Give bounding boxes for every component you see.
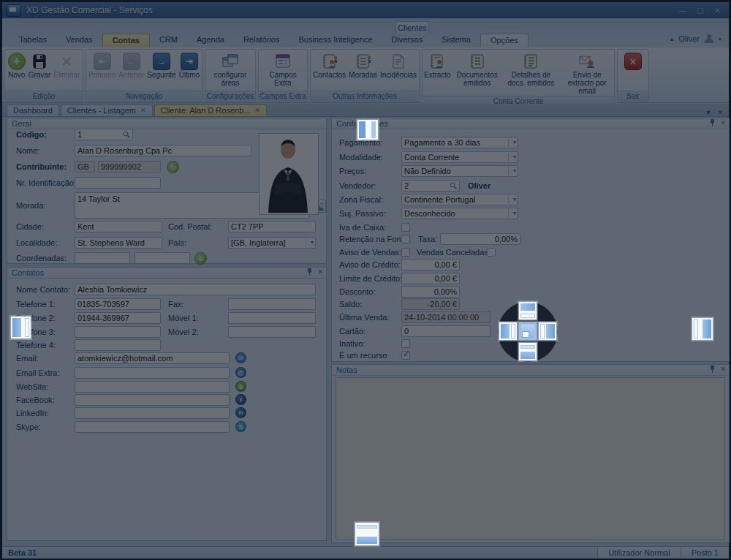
close-icon[interactable]: ✕ [713, 7, 723, 15]
desconto-input[interactable]: 0,00% [401, 286, 460, 298]
user-menu-caret-icon[interactable]: ▾ [719, 36, 721, 42]
doc-tab-cliente-detail[interactable]: Cliente: Alan D Rosenb...✕ [154, 105, 267, 116]
geocode-globe-icon[interactable]: ⊕ [194, 252, 207, 265]
seguinte-button[interactable]: → Seguinte [145, 51, 177, 80]
sair-button[interactable]: ✕ . [623, 51, 643, 80]
facebook-icon[interactable]: f [235, 394, 246, 405]
telefone4-input[interactable] [75, 339, 161, 351]
cod-postal-input[interactable]: CT2 7PP [228, 221, 316, 232]
telefone2-input[interactable]: 01944-369967 [75, 312, 161, 324]
zona-fiscal-dropdown[interactable]: Continente Portugal [401, 194, 518, 205]
contribuinte-number-input[interactable]: 999999902 [98, 161, 161, 173]
pin-icon[interactable] [307, 268, 312, 276]
globe-icon[interactable]: ⊕ [235, 381, 246, 392]
website-input[interactable] [75, 381, 230, 393]
ribbon-tab-contas[interactable]: Contas [102, 34, 150, 48]
vendedor-input[interactable]: 2 [401, 180, 460, 192]
ribbon-tab-business-inteligence[interactable]: Business Inteligence [289, 34, 382, 48]
ribbon-collapse-icon[interactable]: ▴ [670, 35, 674, 42]
tab-close-all-icon[interactable]: ✕ [717, 109, 723, 116]
eliminar-button[interactable]: ✕ Eliminar [52, 51, 81, 80]
novo-button[interactable]: + Novo [7, 51, 27, 80]
panel-close-icon[interactable]: ✕ [720, 119, 726, 126]
contribuinte-country-input[interactable]: GB [75, 161, 95, 173]
pin-icon[interactable] [710, 119, 715, 126]
ribbon-tab-diversos[interactable]: Diversos [382, 34, 432, 48]
vendas-canceladas-checkbox[interactable] [487, 248, 496, 257]
tab-close-icon[interactable]: ✕ [254, 105, 260, 116]
fax-input[interactable] [228, 298, 316, 310]
email-extra-icon[interactable]: @ [235, 367, 246, 378]
doc-tab-dashboard[interactable]: Dashboard [7, 105, 59, 116]
precos-dropdown[interactable]: Não Definido [401, 165, 518, 177]
tab-close-icon[interactable]: ✕ [140, 105, 146, 116]
nr-identificacao-input[interactable] [75, 177, 161, 189]
pais-dropdown[interactable]: [GB, Inglaterra] [228, 237, 316, 249]
recurso-checkbox[interactable] [401, 351, 410, 360]
panel-close-icon[interactable]: ✕ [720, 366, 726, 373]
user-mode-badge[interactable]: Utilizador Normal [597, 547, 680, 559]
gravar-button[interactable]: Gravar [27, 51, 53, 80]
skype-icon[interactable]: S [235, 421, 246, 432]
validate-refresh-icon[interactable]: ↻ [167, 161, 179, 173]
envio-extracto-button[interactable]: Envio de extracto por email [560, 51, 614, 96]
ultimo-button[interactable]: ⇥ Último [178, 51, 201, 80]
minimize-icon[interactable]: — [678, 7, 688, 15]
email-extra-input[interactable] [75, 367, 230, 379]
skype-input[interactable] [75, 421, 230, 433]
retencao-checkbox[interactable] [401, 235, 410, 243]
telefone1-input[interactable]: 01835-703597 [75, 298, 161, 310]
aviso-vendas-checkbox[interactable] [401, 248, 410, 257]
linkedin-icon[interactable]: in [235, 407, 246, 418]
ribbon-tab-vendas[interactable]: Vendas [56, 34, 102, 48]
campos-extra-button[interactable]: Campos Extra [260, 51, 306, 88]
localidade-input[interactable]: St. Stephens Ward [75, 237, 162, 249]
pagamento-dropdown[interactable]: Pagamento a 30 dias [401, 137, 518, 148]
search-icon[interactable] [450, 182, 457, 189]
suj-passivo-dropdown[interactable]: Desconhecido [401, 208, 518, 219]
panel-close-icon[interactable]: ✕ [317, 268, 323, 276]
user-icon[interactable] [705, 34, 713, 43]
notas-textarea[interactable] [336, 377, 725, 540]
documentos-emitidos-button[interactable]: Documentos emitidos [452, 51, 502, 88]
incidencias-button[interactable]: Incidências [379, 51, 418, 80]
maximize-icon[interactable]: ▢ [695, 7, 705, 15]
station-badge[interactable]: Posto 1 [681, 547, 729, 559]
coordenadas-lat-input[interactable] [75, 252, 130, 264]
detalhes-docs-button[interactable]: Detalhes de docs. emitidos [501, 51, 560, 88]
ribbon-tab-crm[interactable]: CRM [150, 34, 187, 48]
nome-input[interactable]: Alan D Rosenburg Cpa Pc [75, 145, 251, 156]
moradas-button[interactable]: Moradas [347, 51, 379, 80]
taxa-input[interactable]: 0,00% [440, 233, 520, 245]
movel2-input[interactable] [228, 326, 316, 338]
iva-caixa-checkbox[interactable] [401, 223, 410, 232]
client-photo[interactable] [259, 133, 319, 215]
configurar-areas-button[interactable]: configurar áreas [206, 51, 254, 88]
tab-list-dropdown-icon[interactable]: ▼ [705, 109, 712, 116]
doc-tab-clientes-listagem[interactable]: Clientes - Listagem✕ [61, 105, 153, 116]
cidade-input[interactable]: Kent [75, 221, 162, 232]
extracto-button[interactable]: Extracto [423, 51, 452, 80]
inativo-checkbox[interactable] [401, 339, 410, 348]
modalidade-dropdown[interactable]: Conta Corrente [401, 151, 518, 163]
pin-icon[interactable] [710, 366, 715, 373]
email-input[interactable]: atomkiewicz@hotmail.com [75, 352, 230, 364]
ribbon-tab-agenda[interactable]: Agenda [187, 34, 234, 48]
movel1-input[interactable] [228, 312, 316, 324]
anterior-button[interactable]: ← Anterior [117, 51, 145, 80]
ribbon-tab-tabelas[interactable]: Tabelas [10, 34, 56, 48]
search-icon[interactable] [123, 131, 130, 138]
nome-contato-input[interactable]: Aleshia Tomkiewicz [75, 284, 316, 295]
ribbon-tab-sistema[interactable]: Sistema [432, 34, 480, 48]
ribbon-tab-relatorios[interactable]: Relatórios [234, 34, 289, 48]
coordenadas-lng-input[interactable] [135, 252, 190, 264]
linkedin-input[interactable] [75, 407, 230, 419]
primeiro-button[interactable]: ⇤ Primeiro [87, 51, 117, 80]
codigo-input[interactable]: 1 [75, 129, 133, 140]
cartao-input[interactable]: 0 [401, 325, 491, 337]
logged-user-name[interactable]: Oliver [678, 34, 700, 43]
send-email-icon[interactable]: ✉ [235, 352, 246, 363]
contactos-button[interactable]: Contactos [311, 51, 347, 80]
ribbon-tab-opcoes[interactable]: Opções [480, 34, 529, 48]
telefone3-input[interactable] [75, 326, 161, 338]
